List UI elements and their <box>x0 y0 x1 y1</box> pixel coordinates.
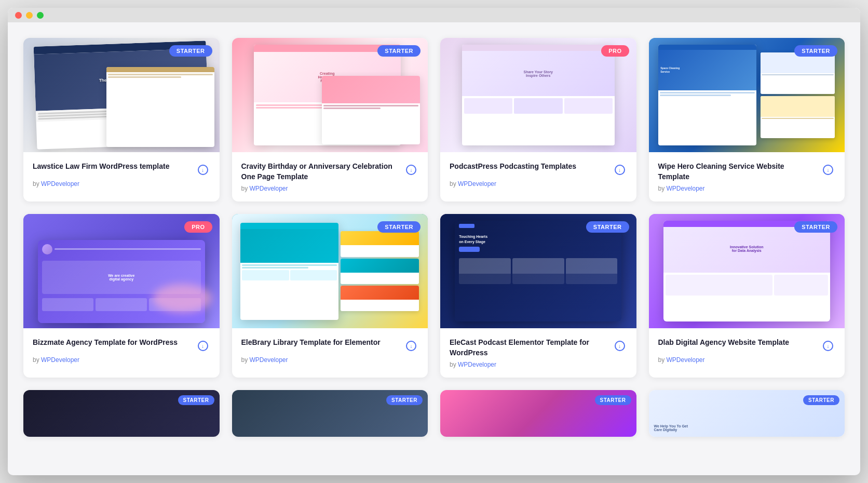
template-card-1: The Best Leading Law <box>23 38 220 202</box>
template-card-2: CreatingHappinessFor You <box>232 38 428 202</box>
card-thumbnail-4: Space CleaningService <box>649 38 845 152</box>
author-link-2[interactable]: WPDeveloper <box>250 185 288 192</box>
author-link-4[interactable]: WPDeveloper <box>667 185 705 192</box>
badge-3: PRO <box>601 45 629 57</box>
download-icon-6: ↓ <box>406 341 416 351</box>
badge-4: STARTER <box>794 45 837 57</box>
download-icon-7: ↓ <box>615 341 625 351</box>
card-author-8: by WPDeveloper <box>658 356 836 364</box>
badge-8: STARTER <box>794 221 837 233</box>
download-button-5[interactable]: ↓ <box>196 339 210 353</box>
author-link-8[interactable]: WPDeveloper <box>667 356 705 364</box>
card-title-2: Cravity Birthday or Anniversary Celebrat… <box>241 162 400 182</box>
template-card-6: STARTER EleBrary Library Template for El… <box>232 214 428 378</box>
download-button-1[interactable]: ↓ <box>196 163 210 177</box>
template-card-11: STARTER <box>440 390 636 437</box>
card-title-8: Dlab Digital Agency Website Template <box>658 338 817 348</box>
download-button-2[interactable]: ↓ <box>404 163 418 177</box>
template-grid: The Best Leading Law <box>23 38 845 437</box>
badge-11: STARTER <box>595 395 631 405</box>
card-thumbnail-2: CreatingHappinessFor You <box>232 38 428 152</box>
author-link-1[interactable]: WPDeveloper <box>41 180 79 187</box>
card-author-2: by WPDeveloper <box>241 185 419 192</box>
partial-thumb-10: STARTER <box>232 390 428 437</box>
card-author-6: by WPDeveloper <box>241 356 419 364</box>
card-author-1: by WPDeveloper <box>33 180 210 187</box>
template-card-3: Share Your StoryInspire Others PRO <box>440 38 636 202</box>
card-thumbnail-8: Innovative Solutionfor Data Analysis STA… <box>649 214 845 328</box>
download-icon-5: ↓ <box>198 341 208 351</box>
card-author-3: by WPDeveloper <box>450 180 627 187</box>
download-button-4[interactable]: ↓ <box>821 163 835 177</box>
partial-thumb-11: STARTER <box>440 390 636 437</box>
download-icon-1: ↓ <box>198 165 208 175</box>
close-button[interactable] <box>15 12 22 19</box>
card-info-5: Bizzmate Agency Template for WordPress ↓… <box>23 328 220 373</box>
card-title-6: EleBrary Library Template for Elementor <box>241 338 400 348</box>
card-title-4: Wipe Hero Cleaning Service Website Templ… <box>658 162 817 182</box>
maximize-button[interactable] <box>37 12 44 19</box>
card-thumbnail-6: STARTER <box>232 214 428 328</box>
template-card-10: STARTER <box>232 390 428 437</box>
partial-thumb-12: STARTER We Help You To GetCare Digitally <box>649 390 845 437</box>
author-link-5[interactable]: WPDeveloper <box>41 356 79 364</box>
card-info-2: Cravity Birthday or Anniversary Celebrat… <box>232 152 428 202</box>
download-icon-2: ↓ <box>406 165 416 175</box>
window-chrome <box>8 8 860 22</box>
card-title-3: PodcastPress Podcasting Templates <box>450 162 608 172</box>
badge-9: STARTER <box>178 395 214 405</box>
badge-1: STARTER <box>169 45 212 57</box>
app-window: The Best Leading Law <box>8 8 860 475</box>
card-title-5: Bizzmate Agency Template for WordPress <box>33 338 192 348</box>
download-icon-4: ↓ <box>823 165 833 175</box>
card-info-7: EleCast Podcast Elementor Template for W… <box>440 328 636 378</box>
author-link-3[interactable]: WPDeveloper <box>458 180 496 187</box>
download-button-8[interactable]: ↓ <box>821 339 835 353</box>
template-card-9: STARTER <box>23 390 220 437</box>
badge-2: STARTER <box>377 45 421 57</box>
card-info-4: Wipe Hero Cleaning Service Website Templ… <box>649 152 845 202</box>
template-card-7: Touching Heartson Every Stage <box>440 214 636 378</box>
card-thumbnail-1: The Best Leading Law <box>23 38 220 152</box>
card-author-7: by WPDeveloper <box>450 361 627 368</box>
download-button-6[interactable]: ↓ <box>404 339 418 353</box>
badge-6: STARTER <box>377 221 421 233</box>
card-info-8: Dlab Digital Agency Website Template ↓ b… <box>649 328 845 373</box>
card-author-4: by WPDeveloper <box>658 185 836 192</box>
author-link-6[interactable]: WPDeveloper <box>250 356 288 364</box>
main-content: The Best Leading Law <box>8 22 860 452</box>
badge-12: STARTER <box>803 395 839 405</box>
badge-5: PRO <box>184 221 212 233</box>
badge-7: STARTER <box>586 221 629 233</box>
template-card-12: STARTER We Help You To GetCare Digitally <box>649 390 845 437</box>
download-icon-8: ↓ <box>823 341 833 351</box>
template-card-8: Innovative Solutionfor Data Analysis STA… <box>649 214 845 378</box>
download-icon-3: ↓ <box>615 165 625 175</box>
badge-10: STARTER <box>386 395 423 405</box>
card-title-1: Lawstice Law Firm WordPress template <box>33 162 192 172</box>
card-thumbnail-5: We are creativedigital agency PRO <box>23 214 220 328</box>
author-link-7[interactable]: WPDeveloper <box>458 361 496 368</box>
download-button-3[interactable]: ↓ <box>613 163 627 177</box>
download-button-7[interactable]: ↓ <box>613 339 627 353</box>
minimize-button[interactable] <box>26 12 33 19</box>
partial-thumb-9: STARTER <box>23 390 220 437</box>
template-card-4: Space CleaningService <box>649 38 845 202</box>
card-author-5: by WPDeveloper <box>33 356 210 364</box>
card-info-6: EleBrary Library Template for Elementor … <box>232 328 428 373</box>
card-title-7: EleCast Podcast Elementor Template for W… <box>450 338 608 358</box>
card-thumbnail-3: Share Your StoryInspire Others PRO <box>440 38 636 152</box>
card-thumbnail-7: Touching Heartson Every Stage <box>440 214 636 328</box>
card-info-3: PodcastPress Podcasting Templates ↓ by W… <box>440 152 636 197</box>
card-info-1: Lawstice Law Firm WordPress template ↓ b… <box>23 152 220 197</box>
template-card-5: We are creativedigital agency PRO <box>23 214 220 378</box>
